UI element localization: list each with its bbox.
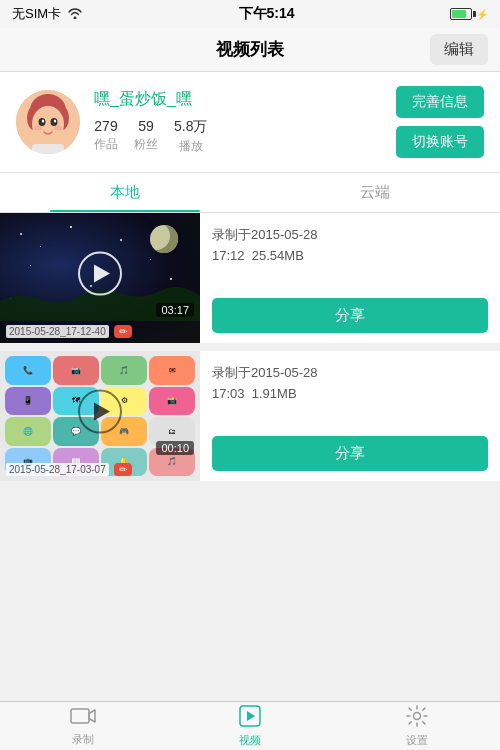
edit-button[interactable]: 编辑 bbox=[430, 34, 488, 65]
tab-settings[interactable]: 设置 bbox=[333, 702, 500, 750]
video-item-2: 📞 📷 🎵 ✉ 📱 🗺 ⚙ 📸 🌐 💬 🎮 🗂 📺 📖 🔔 🎵 bbox=[0, 351, 500, 481]
play-label: 播放 bbox=[174, 138, 207, 155]
play-button-1[interactable] bbox=[78, 252, 122, 296]
wifi-icon bbox=[67, 7, 83, 22]
filename-2: 2015-05-28_17-03-07 ✏ bbox=[6, 463, 132, 476]
battery-icon bbox=[450, 8, 472, 20]
svg-point-14 bbox=[413, 712, 420, 719]
svg-point-8 bbox=[54, 120, 56, 123]
settings-icon bbox=[406, 705, 428, 731]
status-bar: 无SIM卡 下午5:14 ⚡ bbox=[0, 0, 500, 28]
tab-settings-label: 设置 bbox=[406, 733, 428, 748]
svg-rect-11 bbox=[32, 144, 64, 154]
carrier-text: 无SIM卡 bbox=[12, 5, 61, 23]
profile-actions: 完善信息 切换账号 bbox=[396, 86, 484, 158]
video-meta-1: 录制于2015-05-28 17:12 25.54MB bbox=[212, 225, 488, 267]
edit-icon-1[interactable]: ✏ bbox=[114, 325, 132, 338]
fans-label: 粉丝 bbox=[134, 136, 158, 153]
duration-badge-2: 00:10 bbox=[156, 441, 194, 455]
works-label: 作品 bbox=[94, 136, 118, 153]
video-time-size-2: 17:03 1.91MB bbox=[212, 384, 488, 405]
status-time: 下午5:14 bbox=[239, 5, 295, 23]
moon-decoration bbox=[150, 225, 178, 253]
video-info-2: 录制于2015-05-28 17:03 1.91MB 分享 bbox=[200, 351, 500, 481]
tab-cloud[interactable]: 云端 bbox=[250, 173, 500, 212]
stat-fans: 59 粉丝 bbox=[134, 118, 158, 155]
share-button-1[interactable]: 分享 bbox=[212, 298, 488, 333]
status-carrier: 无SIM卡 bbox=[12, 5, 83, 23]
svg-point-9 bbox=[34, 126, 42, 131]
nav-bar: 视频列表 编辑 bbox=[0, 28, 500, 72]
video-date-2: 录制于2015-05-28 bbox=[212, 363, 488, 384]
stat-works: 279 作品 bbox=[94, 118, 118, 155]
svg-point-7 bbox=[42, 120, 44, 123]
play-button-2[interactable] bbox=[78, 390, 122, 434]
tab-video[interactable]: 视频 bbox=[167, 702, 334, 750]
works-count: 279 bbox=[94, 118, 118, 134]
profile-stats: 279 作品 59 粉丝 5.8万 播放 bbox=[94, 118, 382, 155]
bottom-tab-bar: 录制 视频 设置 bbox=[0, 701, 500, 750]
tab-video-label: 视频 bbox=[239, 733, 261, 748]
profile-name: 嘿_蛋炒饭_嘿 bbox=[94, 89, 382, 110]
status-battery: ⚡ bbox=[450, 8, 488, 20]
page-title: 视频列表 bbox=[216, 38, 284, 61]
tab-local[interactable]: 本地 bbox=[0, 173, 250, 212]
share-button-2[interactable]: 分享 bbox=[212, 436, 488, 471]
tab-record-label: 录制 bbox=[72, 732, 94, 747]
edit-icon-2[interactable]: ✏ bbox=[114, 463, 132, 476]
svg-rect-12 bbox=[71, 709, 89, 723]
video-date-1: 录制于2015-05-28 bbox=[212, 225, 488, 246]
duration-badge-1: 03:17 bbox=[156, 303, 194, 317]
video-info-1: 录制于2015-05-28 17:12 25.54MB 分享 bbox=[200, 213, 500, 343]
svg-point-6 bbox=[51, 118, 58, 126]
svg-point-5 bbox=[39, 118, 46, 126]
play-count: 5.8万 bbox=[174, 118, 207, 136]
fans-count: 59 bbox=[134, 118, 158, 134]
video-meta-2: 录制于2015-05-28 17:03 1.91MB bbox=[212, 363, 488, 405]
stat-play: 5.8万 播放 bbox=[174, 118, 207, 155]
tab-record[interactable]: 录制 bbox=[0, 702, 167, 750]
video-thumbnail-2[interactable]: 📞 📷 🎵 ✉ 📱 🗺 ⚙ 📸 🌐 💬 🎮 🗂 📺 📖 🔔 🎵 bbox=[0, 351, 200, 481]
video-icon bbox=[239, 705, 261, 731]
record-icon bbox=[70, 706, 96, 730]
video-list: 03:17 2015-05-28_17-12-40 ✏ 录制于2015-05-2… bbox=[0, 213, 500, 706]
svg-point-10 bbox=[54, 126, 62, 131]
video-thumbnail-1[interactable]: 03:17 2015-05-28_17-12-40 ✏ bbox=[0, 213, 200, 343]
video-item: 03:17 2015-05-28_17-12-40 ✏ 录制于2015-05-2… bbox=[0, 213, 500, 343]
avatar bbox=[16, 90, 80, 154]
profile-info: 嘿_蛋炒饭_嘿 279 作品 59 粉丝 5.8万 播放 bbox=[94, 89, 382, 155]
svg-point-4 bbox=[32, 106, 64, 142]
bolt-icon: ⚡ bbox=[476, 9, 488, 20]
tab-bar: 本地 云端 bbox=[0, 173, 500, 213]
improve-info-button[interactable]: 完善信息 bbox=[396, 86, 484, 118]
switch-account-button[interactable]: 切换账号 bbox=[396, 126, 484, 158]
filename-1: 2015-05-28_17-12-40 ✏ bbox=[6, 325, 132, 338]
profile-section: 嘿_蛋炒饭_嘿 279 作品 59 粉丝 5.8万 播放 完善信息 切换账号 bbox=[0, 72, 500, 173]
video-time-size-1: 17:12 25.54MB bbox=[212, 246, 488, 267]
